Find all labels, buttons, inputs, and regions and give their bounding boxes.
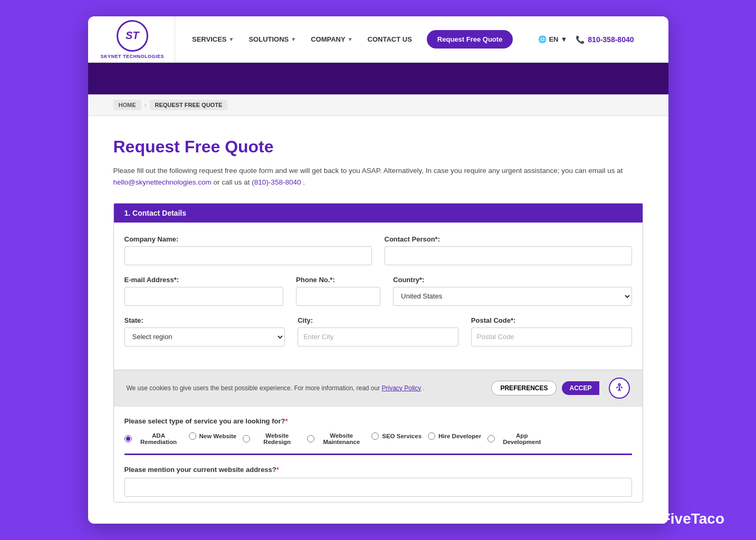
website-field-section: Please mention your current website addr… <box>125 466 632 502</box>
main-content: Request Free Quote Please fill out the f… <box>88 116 668 523</box>
service-radio-developer[interactable] <box>428 432 435 440</box>
contact-person-input[interactable] <box>385 246 632 265</box>
section-header: 1. Contact Details <box>114 204 643 223</box>
nav-contact[interactable]: CONTACT US <box>368 35 412 43</box>
service-label-new-website: New Website <box>199 433 237 439</box>
company-name-input[interactable] <box>125 246 372 265</box>
service-label: Please select type of service you are lo… <box>125 417 632 425</box>
brand-name: SKYNET TECHNOLOGIES <box>101 54 165 59</box>
accept-button[interactable]: ACCEP <box>562 381 599 395</box>
chevron-down-icon: ▼ <box>291 36 296 42</box>
form-row-2: E-mail Address*: Phone No.*: Country*: U… <box>125 276 632 306</box>
email-link[interactable]: hello@skynettechnologies.com <box>113 178 212 186</box>
breadcrumb-home[interactable]: HOME <box>113 100 141 110</box>
browser-window: ST SKYNET TECHNOLOGIES SERVICES ▼ SOLUTI… <box>88 16 668 523</box>
logo-area: ST SKYNET TECHNOLOGIES <box>101 16 176 63</box>
service-option-maintenance[interactable]: Website Maintenance <box>307 432 365 445</box>
phone-group: Phone No.*: <box>296 276 380 306</box>
form-body: Company Name: Contact Person*: E-mail Ad… <box>114 223 643 370</box>
phone-number[interactable]: 📞 810-358-8040 <box>576 35 634 44</box>
company-name-label: Company Name: <box>125 235 372 243</box>
contact-details-section: 1. Contact Details Company Name: Contact… <box>113 203 643 503</box>
postal-code-input[interactable] <box>471 327 632 346</box>
form-row-1: Company Name: Contact Person*: <box>125 235 632 265</box>
phone-icon: 📞 <box>576 35 585 44</box>
nav-links: SERVICES ▼ SOLUTIONS ▼ COMPANY ▼ CONTACT… <box>175 30 655 49</box>
nav-company[interactable]: COMPANY ▼ <box>311 35 352 43</box>
chevron-down-icon: ▼ <box>560 35 567 43</box>
page-description: Please fill out the following request fr… <box>113 165 643 188</box>
phone-input[interactable] <box>296 287 380 306</box>
service-label-developer: Hire Developer <box>438 433 481 439</box>
country-select[interactable]: United States <box>393 287 631 306</box>
contact-person-label: Contact Person*: <box>385 235 632 243</box>
website-field-label: Please mention your current website addr… <box>125 466 632 474</box>
service-label-seo: SEO Services <box>382 433 422 439</box>
service-option-app[interactable]: App Development <box>487 432 546 445</box>
service-label-redesign: Website Redesign <box>253 432 301 445</box>
page-title: Request Free Quote <box>113 137 643 157</box>
state-select[interactable]: Select region <box>125 327 285 346</box>
postal-code-label: Postal Code*: <box>471 316 632 324</box>
city-group: City: <box>298 316 458 346</box>
nav-solutions[interactable]: SOLUTIONS ▼ <box>248 35 296 43</box>
email-input[interactable] <box>125 287 284 306</box>
globe-icon: 🌐 <box>538 35 547 43</box>
nav-services[interactable]: SERVICES ▼ <box>192 35 234 43</box>
service-label-ada: ADA Remediation <box>135 432 183 445</box>
service-option-ada[interactable]: ADA Remediation <box>125 432 183 445</box>
service-radio-redesign[interactable] <box>243 435 250 442</box>
chevron-down-icon: ▼ <box>229 36 234 42</box>
service-label-maintenance: Website Maintenance <box>318 432 365 445</box>
privacy-policy-link[interactable]: Privacy Policy <box>382 384 422 392</box>
city-input[interactable] <box>298 327 458 346</box>
email-label: E-mail Address*: <box>125 276 284 284</box>
accessibility-button[interactable] <box>609 378 630 399</box>
cookie-banner: We use cookies to give users the best po… <box>114 370 643 406</box>
company-name-group: Company Name: <box>125 235 372 265</box>
contact-person-group: Contact Person*: <box>385 235 632 265</box>
country-label: Country*: <box>393 276 631 284</box>
service-option-redesign[interactable]: Website Redesign <box>243 432 301 445</box>
logo-icon: ST <box>117 20 148 52</box>
fivetaco-brand: FiveTaco <box>662 510 724 527</box>
nav-right: 🌐 EN ▼ 📞 810-358-8040 <box>538 35 634 44</box>
service-option-seo[interactable]: SEO Services <box>371 432 422 445</box>
cookie-text: We use cookies to give users the best po… <box>127 384 425 392</box>
state-group: State: Select region <box>125 316 285 346</box>
website-input[interactable] <box>125 478 632 497</box>
cookie-actions: PREFERENCES ACCEP <box>491 378 629 399</box>
service-options: ADA Remediation New Website Website Rede… <box>125 432 632 455</box>
form-row-3: State: Select region City: Postal Code*: <box>125 316 632 346</box>
breadcrumb: HOME › REQUEST FREE QUOTE <box>88 94 668 116</box>
chevron-down-icon: ▼ <box>348 36 353 42</box>
request-quote-button[interactable]: Request Free Quote <box>427 30 513 49</box>
service-radio-maintenance[interactable] <box>307 435 314 442</box>
nav-header: ST SKYNET TECHNOLOGIES SERVICES ▼ SOLUTI… <box>88 16 668 63</box>
email-group: E-mail Address*: <box>125 276 284 306</box>
service-radio-seo[interactable] <box>371 432 379 440</box>
service-radio-new-website[interactable] <box>189 432 196 440</box>
breadcrumb-current: REQUEST FREE QUOTE <box>150 100 228 110</box>
country-group: Country*: United States <box>393 276 631 306</box>
service-option-developer[interactable]: Hire Developer <box>428 432 481 445</box>
language-selector[interactable]: 🌐 EN ▼ <box>538 35 567 43</box>
phone-label: Phone No.*: <box>296 276 380 284</box>
svg-point-0 <box>618 383 620 385</box>
service-option-new-website[interactable]: New Website <box>189 432 237 445</box>
preferences-button[interactable]: PREFERENCES <box>491 381 557 396</box>
service-radio-ada[interactable] <box>125 435 132 442</box>
service-section: Please select type of service you are lo… <box>114 406 643 502</box>
service-radio-app[interactable] <box>487 435 495 442</box>
phone-link[interactable]: (810)-358-8040 <box>252 178 301 186</box>
state-label: State: <box>125 316 285 324</box>
service-label-app: App Development <box>498 432 546 445</box>
postal-code-group: Postal Code*: <box>471 316 632 346</box>
breadcrumb-separator: › <box>145 101 147 109</box>
purple-bar <box>88 63 668 94</box>
city-label: City: <box>298 316 458 324</box>
